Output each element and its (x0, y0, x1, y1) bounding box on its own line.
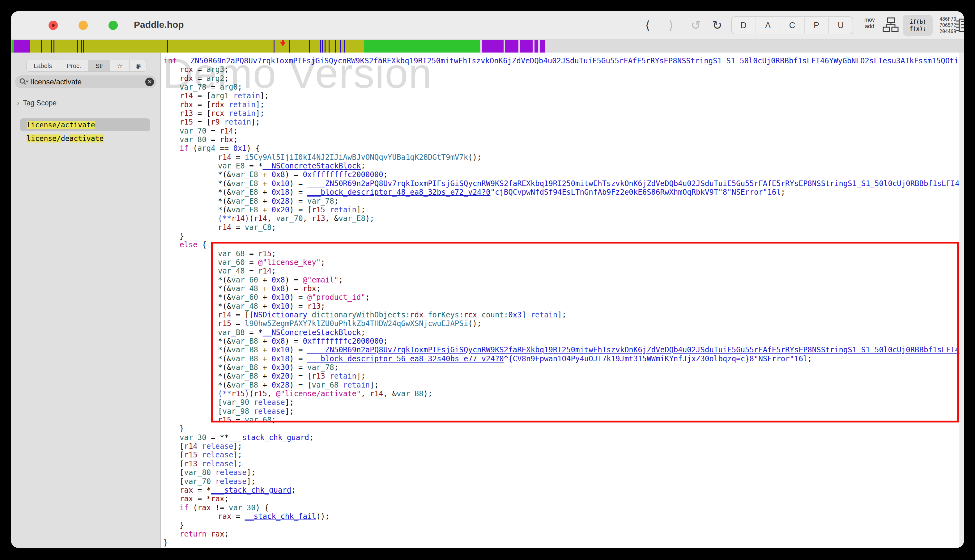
nav-strip-segment[interactable] (520, 40, 533, 53)
code-line[interactable]: (**r15)(r15, @"license/activate", r14, &… (161, 389, 960, 398)
nav-strip-segment[interactable] (364, 40, 480, 53)
code-line[interactable]: r15 = var_68; (161, 416, 960, 424)
search-input-value[interactable]: license/activate (31, 78, 145, 86)
code-line[interactable]: *(&var_48 + 0x8) = rbx; (161, 284, 960, 293)
code-line[interactable]: return rax; (161, 530, 960, 538)
code-line[interactable]: r14 = i5Cy9Al5IjiI0kI4NJ2IJiAwBJvONQqvYU… (161, 153, 960, 162)
zoom-button[interactable] (108, 21, 118, 30)
code-line[interactable]: int __ZN50R69n2aPQ8Uv7rqkIoxmPIFsjGiSQyc… (161, 57, 960, 65)
code-line[interactable]: rdx = arg2; (161, 74, 960, 83)
code-line[interactable]: } (161, 232, 960, 240)
scrollbar-gutter[interactable] (960, 53, 964, 548)
code-line[interactable]: [r15 release]; (161, 451, 960, 459)
code-line[interactable]: if (rax != var_30) { (161, 503, 960, 512)
code-line[interactable]: [r13 release]; (161, 460, 960, 468)
sidebar-tab-[interactable]: ◉ (129, 60, 147, 72)
code-line[interactable]: r14 = var_C8; (161, 223, 960, 232)
code-line[interactable]: *(&var_B8 + 0x10) = ____ZN50R69n2aPQ8Uv7… (161, 345, 960, 354)
code-line[interactable]: *(&var_E8 + 0x28) = var_78; (161, 197, 960, 205)
code-line[interactable]: } (161, 424, 960, 433)
redo-button[interactable]: ↻ (710, 15, 724, 35)
undo-button[interactable]: ↺ (689, 15, 703, 35)
sidebar-tab-labels[interactable]: Labels (27, 60, 59, 72)
code-line[interactable]: *(&var_B8 + 0x28) = [var_68 retain]; (161, 381, 960, 389)
clear-search-button[interactable]: ✕ (145, 78, 154, 86)
code-line[interactable]: r14 = [arg1 retain]; (161, 92, 960, 100)
toolbar-segment-d[interactable]: D (732, 17, 755, 34)
code-line[interactable]: *(&var_E8 + 0x18) = ___block_descriptor_… (161, 188, 960, 197)
code-line[interactable]: rax = __stack_chk_fail(); (161, 512, 960, 521)
search-field[interactable]: license/activate ✕ (15, 75, 157, 88)
code-line[interactable]: [var_70 release]; (161, 477, 960, 486)
navigation-map-strip[interactable] (11, 40, 964, 53)
code-token: release (254, 407, 285, 416)
code-line[interactable]: } (161, 538, 960, 547)
nav-strip-segment[interactable] (505, 40, 518, 53)
undo-icon: ↺ (691, 20, 701, 31)
code-line[interactable]: [var_80 release]; (161, 468, 960, 477)
close-button[interactable] (48, 21, 58, 30)
control-flow-graph-button[interactable] (883, 17, 899, 35)
code-line[interactable]: [var_90 release]; (161, 398, 960, 407)
code-token: __ZN50R69n2aPQ8Uv7rqkIoxmPIFsjGiSQycnRW9… (182, 57, 958, 65)
code-line[interactable]: else { (161, 240, 960, 249)
code-line[interactable]: r15 = l90hw5ZegmPAXY7klZU0uPhlkZb4THDW24… (161, 319, 960, 328)
tag-scope-row[interactable]: › Tag Scope (17, 99, 57, 107)
code-line[interactable]: *(&var_B8 + 0x20) = [r13 retain]; (161, 372, 960, 380)
code-token (198, 460, 202, 468)
code-line[interactable]: *(&var_E8 + 0x20) = [r15 retain]; (161, 205, 960, 214)
hex-view-button[interactable]: 486F70706572204469 (940, 16, 956, 35)
toolbar-segment-a[interactable]: A (755, 17, 780, 34)
back-button[interactable]: ⟨ (641, 15, 655, 35)
code-line[interactable]: var_70 = r14; (161, 127, 960, 135)
list-item[interactable]: license/deactivate (11, 132, 160, 145)
code-line[interactable]: if (arg4 == 0x1) { (161, 144, 960, 153)
code-line[interactable]: rax = *___stack_chk_guard; (161, 486, 960, 495)
code-line[interactable]: [r14 release]; (161, 442, 960, 451)
code-line[interactable]: *(&var_E8 + 0x8) = 0xffffffffc2000000; (161, 170, 960, 179)
code-line[interactable]: r13 = [rcx retain]; (161, 109, 960, 118)
nav-strip-segment[interactable] (30, 40, 364, 53)
sidebar-tab-[interactable]: ☆ (110, 60, 129, 72)
code-line[interactable]: r15 = [r9 retain]; (161, 118, 960, 127)
code-line[interactable]: var_80 = rbx; (161, 135, 960, 144)
code-line[interactable]: r14 = [[NSDictionary dictionaryWithObjec… (161, 311, 960, 319)
nav-strip-segment[interactable] (482, 40, 503, 53)
code-line[interactable]: var_E8 = *__NSConcreteStackBlock; (161, 162, 960, 170)
nav-strip-segment[interactable] (540, 40, 545, 53)
toolbar-segment-u[interactable]: U (828, 17, 853, 34)
code-line[interactable]: var_78 = arg0; (161, 83, 960, 92)
toolbar-segment-p[interactable]: P (804, 17, 828, 34)
toolbar-segment-c[interactable]: C (780, 17, 804, 34)
code-line[interactable]: var_B8 = *__NSConcreteStackBlock; (161, 328, 960, 337)
minimize-button[interactable] (78, 21, 88, 30)
code-line[interactable]: *(&var_B8 + 0x8) = 0xffffffffc2000000; (161, 337, 960, 345)
code-line[interactable]: *(&var_B8 + 0x30) = var_78; (161, 363, 960, 372)
code-line[interactable]: var_48 = r14; (161, 267, 960, 275)
pseudocode-mode-button[interactable]: if(b)f(x); (903, 15, 933, 36)
code-line[interactable]: *(&var_60 + 0x10) = @"product_id"; (161, 293, 960, 302)
code-line[interactable]: [var_98 release]; (161, 407, 960, 416)
code-line[interactable]: var_30 = **___stack_chk_guard; (161, 433, 960, 442)
code-line[interactable]: rcx = arg3; (161, 65, 960, 74)
code-line[interactable]: *(&var_60 + 0x8) = @"email"; (161, 276, 960, 284)
code-line[interactable]: *(&var_48 + 0x10) = r13; (161, 302, 960, 311)
list-item[interactable]: license/activate (11, 118, 160, 132)
code-line[interactable]: *(&var_E8 + 0x10) = ____ZN50R69n2aPQ8Uv7… (161, 179, 960, 188)
code-token: ]; (247, 468, 256, 477)
nav-strip-segment[interactable] (535, 40, 538, 53)
code-line[interactable]: var_68 = r15; (161, 249, 960, 258)
nav-strip-segment[interactable] (14, 40, 30, 53)
sidebar-tab-proc[interactable]: Proc. (59, 60, 88, 72)
code-line[interactable]: rbx = [rdx retain]; (161, 100, 960, 109)
sidebar-tab-str[interactable]: Str (88, 60, 110, 72)
code-line[interactable]: } (161, 521, 960, 529)
cpu-view-button[interactable] (956, 17, 964, 35)
code-line[interactable]: (**r14)(r14, var_70, r13, &var_E8); (161, 214, 960, 223)
assembly-mode-button[interactable]: movadd (860, 17, 879, 30)
code-line[interactable]: rax = *rax; (161, 495, 960, 503)
forward-button[interactable]: ⟩ (664, 15, 678, 35)
code-line[interactable]: *(&var_B8 + 0x18) = ___block_descriptor_… (161, 355, 960, 363)
code-line[interactable]: var_60 = @"license_key"; (161, 258, 960, 267)
code-token: 0x8 (272, 170, 285, 179)
